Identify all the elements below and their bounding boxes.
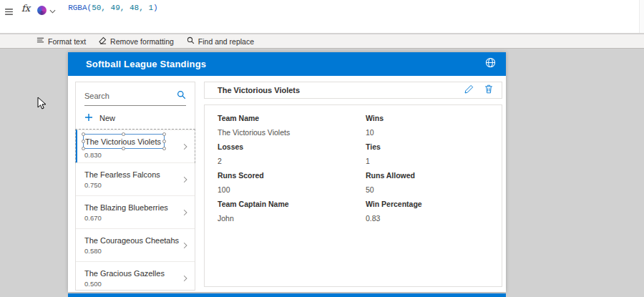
globe-icon[interactable]: [485, 57, 496, 71]
field-value: 0.83: [366, 214, 502, 223]
property-selector[interactable]: [34, 0, 59, 16]
team-value: 0.500: [84, 280, 183, 288]
search-row: [84, 89, 186, 106]
team-name: The Blazing Blueberries: [84, 203, 183, 212]
menu-icon[interactable]: [0, 0, 16, 18]
team-value: 0.670: [84, 214, 183, 222]
chevron-right-icon: [183, 272, 187, 285]
form-field: Runs Scored 100: [218, 170, 366, 198]
fx-icon: fx: [16, 0, 34, 14]
formatting-toolbar: Format text Remove formatting Find and r…: [0, 34, 644, 49]
find-replace-label: Find and replace: [198, 37, 254, 46]
field-value: 1: [366, 157, 502, 165]
chevron-right-icon: [183, 173, 187, 186]
form-field: Win Percentage 0.83: [366, 198, 502, 227]
field-label: Losses: [218, 142, 366, 151]
formula-args: 50, 49, 48, 1: [92, 4, 153, 12]
detail-fields: Team Name The Victorious Violets Wins 10…: [218, 112, 502, 227]
detail-titlebar: The Victorious Violets: [204, 82, 502, 99]
chevron-right-icon: [183, 206, 187, 219]
format-text-button[interactable]: Format text: [30, 34, 92, 48]
field-label: Team Captain Name: [218, 200, 366, 208]
format-text-icon: [36, 36, 44, 46]
list-item[interactable]: The Courageous Cheetahs 0.580: [76, 228, 195, 261]
selection-handle[interactable]: [82, 140, 85, 143]
form-field: Ties 1: [366, 141, 502, 170]
form-field: Runs Allowed 50: [366, 170, 502, 198]
chevron-right-icon: [183, 140, 187, 153]
form-field: Team Captain Name John: [218, 198, 366, 227]
detail-form: Team Name The Victorious Violets Wins 10…: [204, 104, 502, 287]
search-icon[interactable]: [177, 89, 186, 102]
field-value: 50: [366, 185, 502, 194]
team-name: The Victorious Violets: [85, 137, 161, 146]
field-value: 2: [218, 157, 366, 165]
field-label: Win Percentage: [366, 200, 502, 208]
selection-handle[interactable]: [162, 147, 166, 150]
team-name: The Courageous Cheetahs: [84, 236, 183, 245]
delete-icon[interactable]: [484, 84, 493, 97]
search-input[interactable]: [84, 92, 177, 100]
formula-close-paren: ): [153, 4, 158, 12]
remove-formatting-icon: [99, 36, 107, 46]
team-value: 0.750: [84, 181, 183, 189]
plus-icon: [84, 112, 93, 125]
new-record-button[interactable]: New: [76, 106, 195, 130]
field-label: Runs Allowed: [366, 171, 502, 180]
list-item[interactable]: The Fearless Falcons 0.750: [76, 162, 195, 195]
field-label: Wins: [366, 114, 502, 122]
team-value: 0.830: [84, 151, 183, 159]
chevron-right-icon: [183, 239, 187, 252]
team-name: The Fearless Falcons: [84, 170, 183, 179]
list-item[interactable]: The Victorious Violets 0.830: [76, 130, 195, 162]
find-replace-button[interactable]: Find and replace: [180, 34, 260, 48]
team-list: The Victorious Violets 0.830: [76, 130, 195, 294]
field-value: 10: [366, 128, 502, 137]
field-label: Team Name: [218, 114, 366, 122]
field-label: Ties: [366, 142, 502, 151]
edit-icon[interactable]: [464, 84, 474, 97]
formula-function: RGBA(: [68, 4, 92, 12]
selection-handle[interactable]: [162, 140, 166, 143]
app-icon: [37, 6, 47, 15]
selection-handle[interactable]: [162, 132, 166, 136]
detail-title: The Victorious Violets: [218, 86, 464, 94]
form-field: Wins 10: [366, 112, 502, 141]
canvas: Softball League Standings New: [0, 49, 644, 297]
field-label: Runs Scored: [218, 171, 366, 180]
remove-formatting-label: Remove formatting: [110, 37, 174, 46]
new-label: New: [99, 114, 115, 122]
selected-label-control[interactable]: The Victorious Violets: [83, 134, 165, 149]
list-item[interactable]: The Gracious Gazelles 0.500: [76, 261, 195, 294]
formula-bar: fx RGBA(50, 49, 48, 1): [0, 0, 644, 34]
chevron-down-icon: [49, 4, 56, 16]
app-header: Softball League Standings: [68, 52, 506, 76]
selection-handle[interactable]: [122, 132, 125, 136]
formula-input[interactable]: RGBA(50, 49, 48, 1): [59, 0, 644, 12]
selection-handle[interactable]: [122, 147, 125, 150]
search-icon: [187, 36, 195, 46]
screen-bottom-bar: [68, 293, 506, 297]
app-screen: Softball League Standings New: [68, 52, 506, 292]
list-item[interactable]: The Blazing Blueberries 0.670: [76, 195, 195, 228]
selection-handle[interactable]: [82, 147, 85, 150]
team-name: The Gracious Gazelles: [84, 269, 183, 278]
team-value: 0.580: [84, 247, 183, 255]
field-value: The Victorious Violets: [218, 128, 366, 137]
remove-formatting-button[interactable]: Remove formatting: [92, 34, 180, 48]
form-field: Losses 2: [218, 141, 366, 170]
selection-handle[interactable]: [82, 132, 85, 136]
field-value: 100: [218, 185, 366, 194]
field-value: John: [218, 214, 366, 223]
form-field: Team Name The Victorious Violets: [218, 112, 366, 141]
formula-scrollbar[interactable]: [639, 0, 644, 33]
browse-panel: New The Victorious Violets: [75, 82, 195, 291]
format-text-label: Format text: [48, 37, 86, 46]
page-title: Softball League Standings: [86, 59, 485, 69]
